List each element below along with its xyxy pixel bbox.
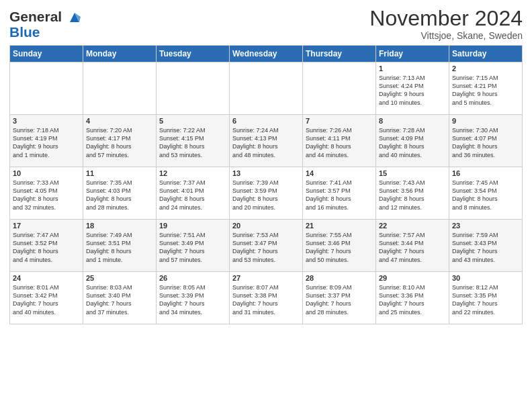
- day-number: 24: [13, 274, 80, 282]
- cell-2-4: 14Sunrise: 7:41 AM Sunset: 3:57 PM Dayli…: [303, 167, 376, 220]
- cell-4-2: 26Sunrise: 8:05 AM Sunset: 3:39 PM Dayli…: [157, 272, 230, 324]
- day-info: Sunrise: 8:12 AM Sunset: 3:35 PM Dayligh…: [452, 283, 519, 316]
- cell-1-1: 4Sunrise: 7:20 AM Sunset: 4:17 PM Daylig…: [83, 115, 157, 167]
- logo-line2: Blue: [9, 25, 82, 40]
- cell-0-1: [83, 62, 157, 115]
- day-number: 16: [452, 169, 519, 177]
- cell-4-0: 24Sunrise: 8:01 AM Sunset: 3:42 PM Dayli…: [10, 272, 83, 324]
- cell-0-2: [157, 62, 230, 115]
- cell-0-3: [230, 62, 303, 115]
- cell-4-5: 29Sunrise: 8:10 AM Sunset: 3:36 PM Dayli…: [376, 272, 449, 324]
- cell-2-6: 16Sunrise: 7:45 AM Sunset: 3:54 PM Dayli…: [449, 167, 523, 220]
- day-number: 14: [306, 169, 373, 177]
- cell-2-2: 12Sunrise: 7:37 AM Sunset: 4:01 PM Dayli…: [157, 167, 230, 220]
- day-number: 29: [379, 274, 446, 282]
- cell-2-0: 10Sunrise: 7:33 AM Sunset: 4:05 PM Dayli…: [10, 167, 83, 220]
- day-info: Sunrise: 7:43 AM Sunset: 3:56 PM Dayligh…: [379, 179, 446, 212]
- month-title: November 2024: [369, 7, 523, 30]
- day-number: 28: [306, 274, 373, 282]
- day-number: 9: [452, 117, 519, 125]
- cell-3-2: 19Sunrise: 7:51 AM Sunset: 3:49 PM Dayli…: [157, 220, 230, 272]
- day-number: 13: [232, 169, 300, 177]
- day-info: Sunrise: 7:41 AM Sunset: 3:57 PM Dayligh…: [306, 179, 373, 212]
- cell-3-0: 17Sunrise: 7:47 AM Sunset: 3:52 PM Dayli…: [10, 220, 83, 272]
- day-number: 18: [86, 222, 153, 230]
- day-info: Sunrise: 7:47 AM Sunset: 3:52 PM Dayligh…: [13, 231, 80, 264]
- day-info: Sunrise: 7:59 AM Sunset: 3:43 PM Dayligh…: [452, 231, 519, 264]
- day-info: Sunrise: 7:15 AM Sunset: 4:21 PM Dayligh…: [452, 74, 519, 107]
- day-info: Sunrise: 8:03 AM Sunset: 3:40 PM Dayligh…: [86, 283, 153, 316]
- week-row-2: 10Sunrise: 7:33 AM Sunset: 4:05 PM Dayli…: [10, 167, 523, 220]
- col-wednesday: Wednesday: [230, 46, 303, 62]
- cell-2-5: 15Sunrise: 7:43 AM Sunset: 3:56 PM Dayli…: [376, 167, 449, 220]
- cell-0-4: [303, 62, 376, 115]
- logo: General Blue: [9, 9, 82, 40]
- page: General Blue November 2024 Vittsjoe, Ska…: [0, 0, 532, 411]
- cell-3-6: 23Sunrise: 7:59 AM Sunset: 3:43 PM Dayli…: [449, 220, 523, 272]
- cell-2-1: 11Sunrise: 7:35 AM Sunset: 4:03 PM Dayli…: [83, 167, 157, 220]
- col-sunday: Sunday: [10, 46, 83, 62]
- logo-line1: General: [9, 9, 82, 25]
- day-info: Sunrise: 8:07 AM Sunset: 3:38 PM Dayligh…: [232, 283, 300, 316]
- header: General Blue November 2024 Vittsjoe, Ska…: [9, 7, 523, 41]
- cell-1-6: 9Sunrise: 7:30 AM Sunset: 4:07 PM Daylig…: [449, 115, 523, 167]
- cell-4-6: 30Sunrise: 8:12 AM Sunset: 3:35 PM Dayli…: [449, 272, 523, 324]
- day-info: Sunrise: 7:26 AM Sunset: 4:11 PM Dayligh…: [306, 126, 373, 159]
- day-number: 30: [452, 274, 519, 282]
- cell-3-4: 21Sunrise: 7:55 AM Sunset: 3:46 PM Dayli…: [303, 220, 376, 272]
- cell-4-4: 28Sunrise: 8:09 AM Sunset: 3:37 PM Dayli…: [303, 272, 376, 324]
- cell-1-5: 8Sunrise: 7:28 AM Sunset: 4:09 PM Daylig…: [376, 115, 449, 167]
- calendar-header-row: Sunday Monday Tuesday Wednesday Thursday…: [10, 46, 523, 62]
- day-info: Sunrise: 7:45 AM Sunset: 3:54 PM Dayligh…: [452, 179, 519, 212]
- day-number: 2: [452, 64, 519, 73]
- day-number: 8: [379, 117, 446, 125]
- day-number: 20: [232, 222, 300, 230]
- week-row-3: 17Sunrise: 7:47 AM Sunset: 3:52 PM Dayli…: [10, 220, 523, 272]
- day-info: Sunrise: 7:49 AM Sunset: 3:51 PM Dayligh…: [86, 231, 153, 264]
- day-number: 25: [86, 274, 153, 282]
- day-info: Sunrise: 7:33 AM Sunset: 4:05 PM Dayligh…: [13, 179, 80, 212]
- day-info: Sunrise: 7:39 AM Sunset: 3:59 PM Dayligh…: [232, 179, 300, 212]
- day-info: Sunrise: 7:53 AM Sunset: 3:47 PM Dayligh…: [232, 231, 300, 264]
- day-info: Sunrise: 7:51 AM Sunset: 3:49 PM Dayligh…: [159, 231, 226, 264]
- col-thursday: Thursday: [303, 46, 376, 62]
- logo-icon: [67, 10, 82, 25]
- week-row-4: 24Sunrise: 8:01 AM Sunset: 3:42 PM Dayli…: [10, 272, 523, 324]
- day-number: 1: [379, 64, 446, 73]
- cell-3-3: 20Sunrise: 7:53 AM Sunset: 3:47 PM Dayli…: [230, 220, 303, 272]
- cell-1-2: 5Sunrise: 7:22 AM Sunset: 4:15 PM Daylig…: [157, 115, 230, 167]
- day-number: 6: [232, 117, 300, 125]
- day-info: Sunrise: 7:13 AM Sunset: 4:24 PM Dayligh…: [379, 74, 446, 107]
- cell-0-5: 1Sunrise: 7:13 AM Sunset: 4:24 PM Daylig…: [376, 62, 449, 115]
- cell-1-0: 3Sunrise: 7:18 AM Sunset: 4:19 PM Daylig…: [10, 115, 83, 167]
- day-info: Sunrise: 7:28 AM Sunset: 4:09 PM Dayligh…: [379, 126, 446, 159]
- cell-3-1: 18Sunrise: 7:49 AM Sunset: 3:51 PM Dayli…: [83, 220, 157, 272]
- day-info: Sunrise: 7:18 AM Sunset: 4:19 PM Dayligh…: [13, 126, 80, 159]
- day-number: 19: [159, 222, 226, 230]
- day-number: 5: [159, 117, 226, 125]
- col-saturday: Saturday: [449, 46, 523, 62]
- day-info: Sunrise: 7:20 AM Sunset: 4:17 PM Dayligh…: [86, 126, 153, 159]
- day-number: 22: [379, 222, 446, 230]
- cell-0-6: 2Sunrise: 7:15 AM Sunset: 4:21 PM Daylig…: [449, 62, 523, 115]
- day-number: 11: [86, 169, 153, 177]
- col-friday: Friday: [376, 46, 449, 62]
- cell-4-3: 27Sunrise: 8:07 AM Sunset: 3:38 PM Dayli…: [230, 272, 303, 324]
- day-number: 4: [86, 117, 153, 125]
- day-number: 17: [13, 222, 80, 230]
- cell-1-3: 6Sunrise: 7:24 AM Sunset: 4:13 PM Daylig…: [230, 115, 303, 167]
- title-block: November 2024 Vittsjoe, Skane, Sweden: [369, 7, 523, 41]
- day-number: 26: [159, 274, 226, 282]
- day-info: Sunrise: 8:10 AM Sunset: 3:36 PM Dayligh…: [379, 283, 446, 316]
- calendar: Sunday Monday Tuesday Wednesday Thursday…: [9, 45, 523, 324]
- cell-0-0: [10, 62, 83, 115]
- day-number: 10: [13, 169, 80, 177]
- week-row-0: 1Sunrise: 7:13 AM Sunset: 4:24 PM Daylig…: [10, 62, 523, 115]
- col-tuesday: Tuesday: [157, 46, 230, 62]
- day-info: Sunrise: 7:22 AM Sunset: 4:15 PM Dayligh…: [159, 126, 226, 159]
- day-number: 7: [306, 117, 373, 125]
- day-number: 23: [452, 222, 519, 230]
- location-subtitle: Vittsjoe, Skane, Sweden: [369, 30, 523, 41]
- day-info: Sunrise: 8:05 AM Sunset: 3:39 PM Dayligh…: [159, 283, 226, 316]
- day-info: Sunrise: 8:01 AM Sunset: 3:42 PM Dayligh…: [13, 283, 80, 316]
